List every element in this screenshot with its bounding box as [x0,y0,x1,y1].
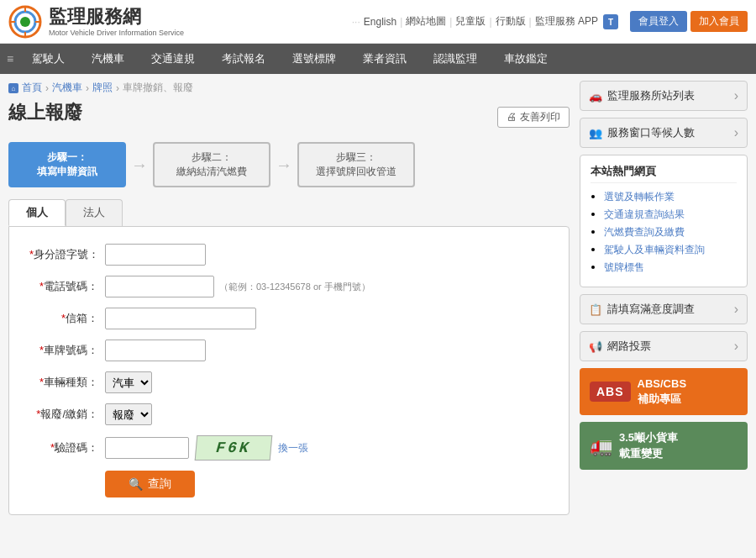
popular-link-4[interactable]: 駕駛人及車輛資料查詢 [604,244,705,255]
link-app[interactable]: 監理服務 APP [535,14,598,29]
car-icon: 🚗 [589,90,602,103]
step-arrow-2: → [276,155,292,175]
form-row-captcha: *驗證碼： F6K 換一張 [29,435,549,461]
tabs-row: 個人 法人 [8,199,570,226]
nav-item-accident[interactable]: 車故鑑定 [491,45,561,73]
link-english[interactable]: English [364,16,396,28]
top-bar: 監理服務網 Motor Vehicle Driver Information S… [0,0,756,44]
input-phone[interactable] [105,276,214,297]
chevron-right-icon-2: › [734,125,738,140]
print-label: 友善列印 [520,110,560,124]
svg-point-2 [20,17,30,27]
nav-item-vehicle[interactable]: 汽機車 [78,45,138,73]
form-row-email: *信箱： [29,308,549,329]
sidebar-survey[interactable]: 📋 請填寫滿意度調查 › [580,294,748,324]
input-email[interactable] [105,308,256,329]
service-list-label: 監理服務所站列表 [607,88,695,103]
print-button[interactable]: 🖨 友善列印 [497,107,570,128]
top-links: ··· English | 網站地圖 | 兒童版 | 行動版 | 監理服務 AP… [350,14,622,29]
step-3-bottom: 選擇號牌回收管道 [312,165,400,179]
form-card: *身分證字號： *電話號碼： （範例：03-12345678 or 手機門號） … [8,226,570,515]
steps-row: 步驟一： 填寫申辦資訊 → 步驟二： 繳納結清汽燃費 → 步驟三： 選擇號牌回收… [8,142,570,187]
top-right-buttons: 會員登入 加入會員 [630,11,748,32]
list-item: 選號及轉帳作業 [604,190,737,204]
nav-item-plate[interactable]: 選號標牌 [279,45,349,73]
breadcrumb-vehicle[interactable]: 汽機車 [52,81,82,95]
chevron-right-icon-3: › [734,302,738,317]
printer-icon: 🖨 [507,111,517,123]
label-action-type: *報廢/繳銷： [29,407,105,422]
join-button[interactable]: 加入會員 [690,11,748,32]
sidebar-service-window[interactable]: 👥 服務窗口等候人數 › [580,118,748,148]
form-row-action-type: *報廢/繳銷： 報廢繳銷 [29,403,549,425]
abs-badge: ABS [590,382,631,402]
breadcrumb-home[interactable]: 首頁 [22,81,42,95]
nav-bar: ≡ 駕駛人 汽機車 交通違規 考試報名 選號標牌 業者資訊 認識監理 車故鑑定 [0,44,756,74]
list-item: 號牌標售 [604,261,737,275]
tab-corporate[interactable]: 法人 [66,199,123,226]
nav-item-driver[interactable]: 駕駛人 [18,45,78,73]
nav-menu-icon: ≡ [7,52,13,66]
content-area: ⌂ 首頁 › 汽機車 › 牌照 › 車牌撤銷、報廢 線上報廢 🖨 友善列印 步驟… [8,81,580,515]
breadcrumb-license[interactable]: 牌照 [92,81,113,95]
popular-links-list: 選號及轉帳作業 交通違規查詢結果 汽燃費查詢及繳費 駕駛人及車輛資料查詢 號牌標… [591,190,737,275]
site-title: 監理服務網 [49,6,184,28]
link-mobile[interactable]: 行動版 [496,14,526,29]
step-2-top: 步驟二： [168,150,255,165]
input-id-number[interactable] [105,244,206,266]
logo-icon [8,5,42,39]
sidebar-service-list[interactable]: 🚗 監理服務所站列表 › [580,81,748,111]
login-button[interactable]: 會員登入 [630,11,687,32]
sidebar: 🚗 監理服務所站列表 › 👥 服務窗口等候人數 › 本站熱門網頁 選號及轉帳作業… [580,81,748,515]
main-layout: ⌂ 首頁 › 汽機車 › 牌照 › 車牌撤銷、報廢 線上報廢 🖨 友善列印 步驟… [0,74,756,522]
service-window-label: 服務窗口等候人數 [607,125,695,140]
popular-link-5[interactable]: 號牌標售 [604,261,644,273]
popular-title: 本站熱門網頁 [591,164,737,183]
label-email: *信箱： [29,311,105,326]
nav-item-violation[interactable]: 交通違規 [138,45,208,73]
form-row-plate: *車牌號碼： [29,340,549,361]
sidebar-popular: 本站熱門網頁 選號及轉帳作業 交通違規查詢結果 汽燃費查詢及繳費 駕駛人及車輛資… [580,155,748,287]
sidebar-abs[interactable]: ABS ABS/CBS 補助專區 [580,368,748,415]
form-row-phone: *電話號碼： （範例：03-12345678 or 手機門號） [29,276,549,297]
breadcrumb: ⌂ 首頁 › 汽機車 › 牌照 › 車牌撤銷、報廢 [8,81,570,95]
popular-link-3[interactable]: 汽燃費查詢及繳費 [604,226,685,238]
link-kids[interactable]: 兒童版 [455,14,486,29]
svg-text:T: T [608,18,613,27]
input-plate[interactable] [105,340,206,361]
page-title: 線上報廢 [8,100,82,125]
step-3-top: 步驟三： [312,150,400,165]
captcha-refresh-link[interactable]: 換一張 [278,441,308,455]
nav-item-business[interactable]: 業者資訊 [349,45,420,73]
list-item: 交通違規查詢結果 [604,208,737,222]
logo-text: 監理服務網 Motor Vehicle Driver Information S… [49,6,184,36]
survey-label: 請填寫滿意度調查 [607,302,695,317]
select-action-type[interactable]: 報廢繳銷 [105,403,152,425]
logo-area: 監理服務網 Motor Vehicle Driver Information S… [8,5,350,39]
nav-item-exam[interactable]: 考試報名 [208,45,279,73]
tab-personal[interactable]: 個人 [8,199,66,226]
list-item: 駕駛人及車輛資料查詢 [604,243,737,257]
step-1: 步驟一： 填寫申辦資訊 [8,142,126,187]
label-captcha: *驗證碼： [29,440,105,455]
popular-link-1[interactable]: 選號及轉帳作業 [604,191,675,203]
captcha-image: F6K [195,435,273,461]
label-plate: *車牌號碼： [29,343,105,358]
app-logo-icon: T [603,14,618,29]
nav-item-about[interactable]: 認識監理 [420,45,491,73]
select-vehicle-type[interactable]: 汽車機車 [105,371,152,393]
popular-link-2[interactable]: 交通違規查詢結果 [604,208,685,220]
phone-hint: （範例：03-12345678 or 手機門號） [219,281,370,293]
submit-button[interactable]: 🔍 查詢 [105,471,195,497]
people-icon: 👥 [589,127,602,140]
step-1-top: 步驟一： [24,150,111,165]
sidebar-vote[interactable]: 📢 網路投票 › [580,331,748,361]
input-captcha[interactable] [105,437,189,459]
form-row-vehicle-type: *車輛種類： 汽車機車 [29,371,549,393]
site-subtitle: Motor Vehicle Driver Information Service [49,29,184,37]
link-sitemap[interactable]: 網站地圖 [406,14,446,29]
label-phone: *電話號碼： [29,279,105,294]
home-icon: ⌂ [8,83,18,93]
sidebar-truck[interactable]: 🚛 3.5噸小貨車 載重變更 [580,422,748,469]
breadcrumb-current: 車牌撤銷、報廢 [123,81,193,95]
